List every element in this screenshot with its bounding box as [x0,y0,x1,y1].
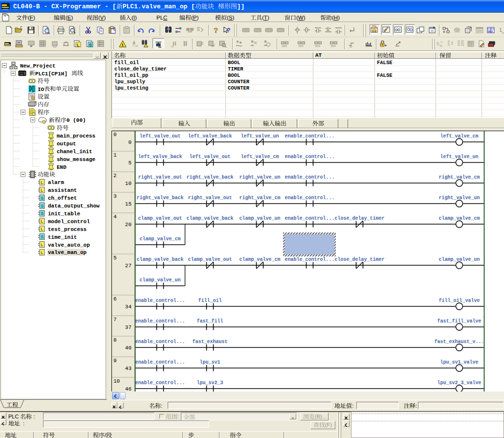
svg-text:L: L [41,242,44,247]
svg-text:fast_fill: fast_fill [197,319,223,324]
svg-text:lpu_sv2_3: lpu_sv2_3 [197,380,223,386]
svg-text:b: b [440,44,442,48]
svg-text:10: 10 [113,378,120,384]
svg-text:000: 000 [282,45,287,47]
svg-text:7: 7 [113,317,117,323]
svg-text:?: ? [214,26,218,34]
svg-text:!: ! [122,43,123,47]
svg-text:END: END [57,164,66,170]
svg-text:left_valve_out: left_valve_out [189,154,230,160]
svg-text:9: 9 [113,358,117,364]
svg-text:enable_control...: enable_control... [285,216,334,221]
svg-text:enable_control...: enable_control... [135,360,185,365]
svg-text:left_valve_back: left_valve_back [188,134,232,139]
svg-text:enable_control...: enable_control... [285,257,334,262]
svg-text:S: S [41,204,44,208]
svg-text:right_valve_back: right_valve_back [136,195,183,201]
svg-text:43: 43 [125,366,131,371]
svg-text:L: L [41,188,44,193]
svg-text:L: L [41,219,44,224]
svg-text:clamp_valve_out: clamp_valve_out [188,257,232,262]
svg-text:lpu_sv1_valve: lpu_sv1_valve [440,360,478,365]
svg-text:5: 5 [128,160,131,166]
svg-text:a: a [437,41,439,45]
svg-text:L: L [41,180,44,185]
svg-text:L: L [41,250,44,255]
svg-text:10: 10 [125,181,131,186]
svg-text:right_valve_out: right_valve_out [138,175,182,180]
svg-text:close_delay_timer: close_delay_timer [334,216,384,221]
svg-text:1: 1 [499,27,502,33]
svg-text:?: ? [227,27,230,34]
svg-text:000: 000 [299,45,304,47]
svg-text:right_valve_out: right_valve_out [188,195,232,201]
svg-text:close_delay_timer: close_delay_timer [334,257,384,262]
svg-text:0 (00): 0 (00) [66,117,86,123]
svg-text:fast_exhaust_v...: fast_exhaust_v... [434,339,484,345]
svg-text:1: 1 [113,152,117,158]
svg-text:fast_fill_valve: fast_fill_valve [437,319,481,324]
svg-text:left_valve_cm: left_valve_cm [241,154,279,160]
svg-text:New_Project: New_Project [20,63,56,69]
svg-text:left_valve_cm: left_valve_cm [440,134,478,139]
svg-text:clamp_valve_back: clamp_valve_back [136,257,183,262]
svg-text:000: 000 [331,45,336,47]
svg-text:15: 15 [125,201,131,207]
svg-text:enable_control...: enable_control... [285,195,334,201]
svg-text:3: 3 [113,193,117,199]
svg-text:L: L [41,227,44,231]
svg-text:IO: IO [38,87,44,92]
svg-text:ch_offset: ch_offset [48,195,77,201]
svg-text:PLC1[CP1H]: PLC1[CP1H] [35,71,67,77]
svg-text:clamp_valve_out: clamp_valve_out [138,216,182,221]
svg-text:S: S [89,43,92,47]
svg-text:right_valve_un: right_valve_un [438,195,480,201]
svg-text:fast_exhaust: fast_exhaust [192,339,227,345]
svg-text:8: 8 [113,337,117,343]
svg-text:2: 2 [113,173,117,179]
svg-text:enable_control...: enable_control... [285,134,334,139]
svg-text:enable_control...: enable_control... [285,175,334,180]
svg-text:alarm: alarm [48,180,64,185]
svg-text:time_init: time_init [48,234,77,240]
svg-text:right_valve_back: right_valve_back [186,175,233,180]
svg-text:clamp_valve_back: clamp_valve_back [186,216,233,221]
svg-text:left_valve_out: left_valve_out [139,134,180,139]
svg-text:00: 00 [350,45,352,48]
svg-text:002: 002 [488,30,493,33]
svg-text:enable_control...: enable_control... [135,298,185,303]
svg-text:00: 00 [171,45,174,48]
svg-text:main_process: main_process [57,133,95,139]
svg-text:right_valve_cm: right_valve_cm [239,195,280,201]
svg-text:L: L [77,43,80,47]
svg-text:lpu_sv2_3_valve: lpu_sv2_3_valve [437,380,481,386]
svg-text:clamp_valve_cm: clamp_valve_cm [139,236,180,242]
svg-text:enable_control...: enable_control... [135,319,185,324]
svg-text:46: 46 [125,386,131,392]
svg-text:0: 0 [113,132,117,138]
svg-text:clamp_valve_un: clamp_valve_un [438,257,480,262]
svg-text:test_process: test_process [48,227,87,232]
svg-text:34: 34 [125,304,132,310]
svg-text:S: S [41,211,44,216]
svg-text:left_valve_un: left_valve_un [241,134,279,139]
svg-text:clamp_valve_cm: clamp_valve_cm [239,257,280,262]
svg-text:fill_oil_valve: fill_oil_valve [438,298,480,303]
svg-text:clamp_valve_cm: clamp_valve_cm [438,216,480,221]
svg-text:left_valve_back: left_valve_back [138,154,182,160]
svg-text:init_table: init_table [48,211,80,217]
svg-text:valve_man_op: valve_man_op [48,250,87,255]
svg-text:37: 37 [125,324,131,330]
svg-text:S: S [41,196,44,201]
svg-text:0: 0 [128,139,131,145]
svg-text:assistant: assistant [48,187,77,193]
svg-text:show_message: show_message [57,157,96,162]
svg-text:data_output_show: data_output_show [48,203,100,209]
svg-text:valve_auto_op: valve_auto_op [48,242,90,248]
svg-text:enable_control...: enable_control... [135,380,185,386]
svg-text:model_control: model_control [48,219,90,225]
svg-text:40: 40 [125,345,131,351]
svg-text:right_valve_cm: right_valve_cm [438,175,480,180]
svg-text:clamp_valve_un: clamp_valve_un [139,277,180,283]
svg-text:S: S [41,234,44,239]
